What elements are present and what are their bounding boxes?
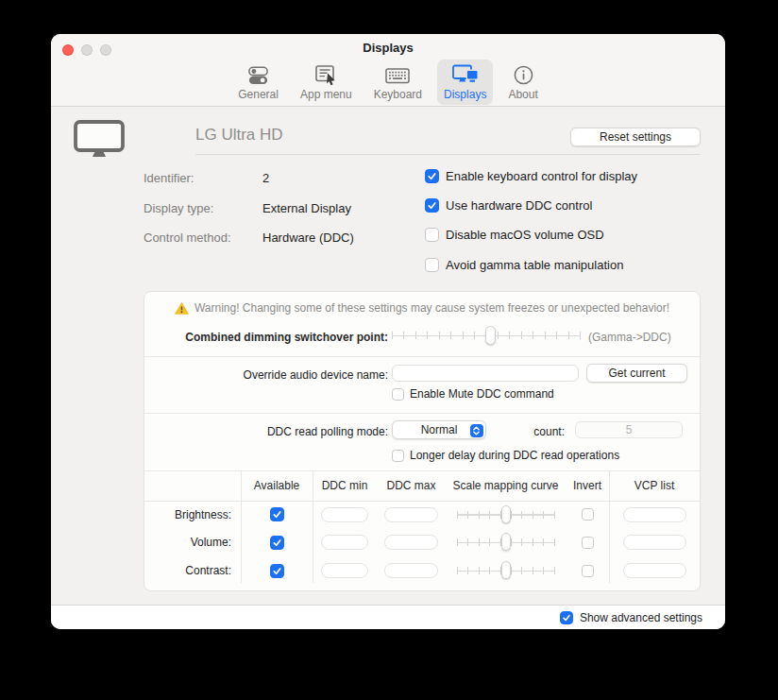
checkbox[interactable]	[425, 198, 439, 213]
ddc-min-field[interactable]	[321, 507, 368, 522]
col-header-curve: Scale mapping curve	[446, 470, 566, 501]
identifier-label: Identifier:	[144, 171, 194, 185]
col-header-available: Available	[241, 470, 313, 501]
col-header-vcp: VCP list	[609, 470, 700, 501]
toggles-icon	[246, 62, 270, 88]
ddc-max-field[interactable]	[384, 535, 438, 550]
identifier-value: 2	[262, 171, 269, 185]
slider-knob[interactable]	[485, 326, 496, 345]
controls-table: Available DDC min DDC max Scale mapping …	[144, 470, 700, 585]
tab-keyboard[interactable]: Keyboard	[367, 60, 429, 105]
get-current-button[interactable]: Get current	[586, 364, 687, 383]
tab-label: Displays	[444, 88, 486, 101]
slider-knob[interactable]	[501, 533, 511, 551]
ddc-max-field[interactable]	[384, 563, 438, 578]
keyboard-icon	[384, 62, 411, 88]
curve-slider[interactable]	[457, 533, 555, 552]
option-label: Avoid gamma table manipulation	[446, 258, 623, 272]
tab-about[interactable]: About	[501, 60, 544, 105]
checkbox[interactable]	[392, 450, 404, 462]
count-label: count:	[321, 425, 565, 438]
header-divider	[195, 154, 701, 155]
show-advanced-checkbox[interactable]	[560, 611, 573, 624]
table-row	[241, 501, 313, 529]
col-header-ddc-max: DDC max	[377, 470, 446, 501]
option-label: Use hardware DDC control	[446, 198, 592, 213]
title-bar: Displays General	[51, 34, 725, 107]
advanced-settings-panel: Warning! Changing some of these settings…	[144, 291, 701, 591]
footer-bar: Show advanced settings	[51, 605, 725, 629]
option-disable-osd[interactable]: Disable macOS volume OSD	[425, 228, 604, 242]
option-keyboard-control[interactable]: Enable keyboard control for display	[425, 169, 637, 183]
slider-knob[interactable]	[501, 505, 511, 523]
option-label: Longer delay during DDC read operations	[410, 449, 619, 462]
row-label-contrast: Contrast:	[144, 556, 241, 585]
displays-icon	[451, 62, 480, 88]
dimming-slider[interactable]	[392, 326, 581, 345]
window-title: Displays	[51, 41, 725, 55]
menu-doc-icon	[313, 62, 338, 88]
display-name: LG Ultra HD	[195, 126, 283, 145]
option-label: Enable Mute DDC command	[410, 387, 554, 401]
section-divider	[144, 413, 700, 414]
checkbox[interactable]	[425, 258, 439, 272]
ddc-min-field[interactable]	[321, 563, 368, 578]
control-method-value: Hardware (DDC)	[262, 230, 354, 245]
checkbox[interactable]	[425, 228, 439, 242]
display-type-value: External Display	[262, 201, 351, 215]
invert-checkbox[interactable]	[582, 508, 594, 521]
checkbox[interactable]	[425, 169, 439, 183]
warning-icon	[175, 302, 189, 315]
invert-checkbox[interactable]	[582, 537, 594, 549]
tab-app-menu[interactable]: App menu	[294, 60, 359, 105]
preferences-toolbar: General App menu	[51, 60, 725, 105]
audio-name-input[interactable]	[392, 365, 579, 382]
display-type-label: Display type:	[144, 201, 213, 215]
invert-checkbox[interactable]	[582, 565, 594, 577]
curve-slider[interactable]	[457, 561, 555, 580]
available-checkbox[interactable]	[270, 507, 284, 521]
longer-delay-option[interactable]: Longer delay during DDC read operations	[392, 449, 619, 462]
vcp-list-field[interactable]	[623, 563, 686, 578]
section-divider	[144, 356, 700, 357]
available-checkbox[interactable]	[270, 536, 284, 550]
info-icon	[513, 62, 534, 88]
tab-label: About	[508, 88, 537, 101]
show-advanced-label: Show advanced settings	[580, 611, 702, 624]
mute-ddc-option[interactable]: Enable Mute DDC command	[392, 387, 554, 401]
row-label-volume: Volume:	[144, 529, 241, 557]
tab-label: General	[238, 88, 279, 101]
dimming-suffix: (Gamma->DDC)	[588, 331, 671, 344]
displays-preferences-window: Displays General	[51, 34, 725, 629]
corner-cell	[144, 470, 241, 501]
ddc-min-field[interactable]	[321, 535, 368, 550]
vcp-list-field[interactable]	[623, 507, 686, 522]
checkbox[interactable]	[392, 388, 404, 401]
row-label-brightness: Brightness:	[144, 501, 241, 529]
warning-row: Warning! Changing some of these settings…	[144, 301, 700, 315]
count-field: 5	[575, 421, 683, 438]
curve-slider[interactable]	[457, 505, 555, 524]
monitor-icon	[74, 120, 125, 162]
tab-label: Keyboard	[374, 88, 422, 101]
audio-name-label: Override audio device name:	[144, 368, 388, 382]
option-label: Enable keyboard control for display	[446, 169, 637, 183]
vcp-list-field[interactable]	[623, 535, 686, 550]
warning-text: Warning! Changing some of these settings…	[194, 301, 669, 315]
tab-general[interactable]: General	[231, 60, 285, 105]
tab-label: App menu	[300, 88, 352, 101]
ddc-max-field[interactable]	[384, 507, 438, 522]
control-method-label: Control method:	[144, 230, 231, 245]
option-label: Disable macOS volume OSD	[446, 228, 604, 242]
option-avoid-gamma[interactable]: Avoid gamma table manipulation	[425, 258, 623, 272]
available-checkbox[interactable]	[270, 564, 284, 578]
slider-knob[interactable]	[501, 561, 511, 579]
dimming-label: Combined dimming switchover point:	[144, 331, 388, 344]
tab-displays[interactable]: Displays	[437, 60, 493, 105]
col-header-invert: Invert	[566, 470, 609, 501]
reset-settings-button[interactable]: Reset settings	[570, 128, 701, 146]
col-header-ddc-min: DDC min	[313, 470, 377, 501]
option-hardware-ddc[interactable]: Use hardware DDC control	[425, 198, 592, 213]
